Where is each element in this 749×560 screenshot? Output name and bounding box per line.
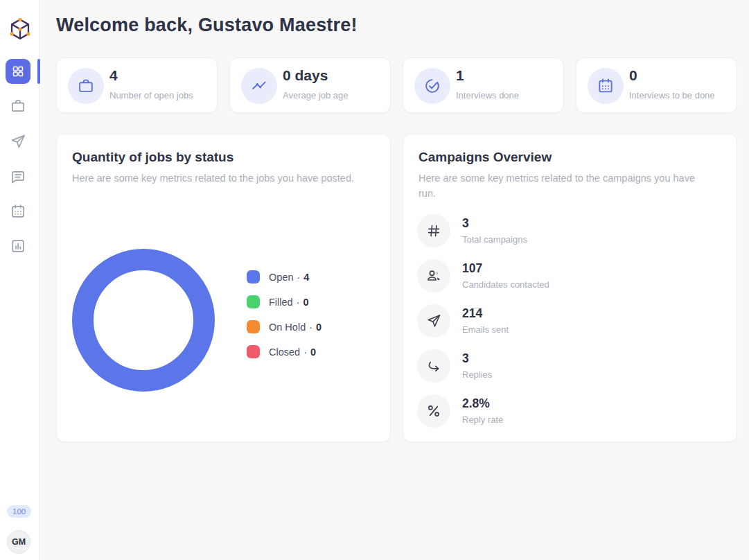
sidebar-item-dashboard[interactable] xyxy=(6,59,30,84)
calendar-icon xyxy=(588,68,624,104)
user-avatar[interactable]: GM xyxy=(7,530,30,554)
dashboard-page: 100 GM Welcome back, Gustavo Maestre! 4 … xyxy=(0,0,749,560)
calendar-icon xyxy=(10,203,26,220)
briefcase-icon xyxy=(10,98,26,114)
credits-badge[interactable]: 100 xyxy=(7,505,31,518)
legend-item-open[interactable]: Open · 4 xyxy=(247,270,321,283)
briefcase-icon xyxy=(68,68,104,104)
legend-separator: · xyxy=(297,297,300,308)
metric-label: Replies xyxy=(462,369,492,380)
chat-icon xyxy=(10,168,26,185)
legend-label: On Hold xyxy=(269,322,306,333)
send-icon xyxy=(417,304,450,338)
metric-value: 3 xyxy=(462,216,469,231)
metric-label: Candidates contacted xyxy=(462,279,549,290)
bar-chart-icon xyxy=(10,238,26,254)
legend-value: 0 xyxy=(316,322,321,333)
metric-value: 3 xyxy=(462,351,469,366)
sidebar-item-campaigns[interactable] xyxy=(6,129,30,154)
metric-replies: 3 Replies xyxy=(417,349,708,383)
chart-legend: Open · 4 Filled · 0 On Hold · 0 Closed ·… xyxy=(247,270,321,370)
stat-label: Interviews to be done xyxy=(629,90,715,100)
reply-arrow-icon xyxy=(417,349,450,383)
legend-label: Filled xyxy=(269,297,293,308)
legend-item-closed[interactable]: Closed · 0 xyxy=(247,345,321,358)
panel-subtitle: Here are some key metrics related to the… xyxy=(72,170,367,186)
legend-separator: · xyxy=(297,272,300,283)
metric-value: 214 xyxy=(462,306,482,321)
stat-card-interviews-to-be-done: 0 Interviews to be done xyxy=(576,58,737,113)
panel-title: Campaigns Overview xyxy=(418,150,552,165)
hash-icon xyxy=(417,214,450,247)
legend-swatch xyxy=(247,320,260,333)
stat-value: 1 xyxy=(456,67,464,84)
panel-subtitle: Here are some key metrics related to the… xyxy=(418,170,713,201)
campaigns-overview-panel: Campaigns Overview Here are some key met… xyxy=(403,134,737,442)
app-logo[interactable] xyxy=(8,17,33,42)
send-icon xyxy=(10,133,26,150)
stat-label: Number of open jobs xyxy=(109,90,193,100)
check-circle-icon xyxy=(414,68,450,104)
sidebar-item-calendar[interactable] xyxy=(6,199,30,224)
stat-card-interviews-done: 1 Interviews done xyxy=(403,58,564,113)
stat-label: Average job age xyxy=(283,90,348,100)
people-icon xyxy=(417,259,450,292)
legend-separator: · xyxy=(303,347,307,358)
legend-swatch xyxy=(247,270,260,283)
sidebar: 100 GM xyxy=(0,0,39,560)
sidebar-item-reports[interactable] xyxy=(6,234,30,259)
metric-reply-rate: 2.8% Reply rate xyxy=(417,394,708,428)
sidebar-item-messages[interactable] xyxy=(6,164,30,189)
stat-value: 0 xyxy=(629,67,637,84)
percent-icon xyxy=(417,394,450,428)
stat-card-open-jobs: 4 Number of open jobs xyxy=(56,58,218,113)
legend-swatch xyxy=(247,295,260,308)
stat-value: 4 xyxy=(109,67,118,84)
sidebar-item-jobs[interactable] xyxy=(6,94,30,119)
legend-separator: · xyxy=(309,322,312,333)
active-nav-indicator xyxy=(37,59,40,84)
metric-label: Total campaigns xyxy=(462,234,527,245)
metric-label: Reply rate xyxy=(462,414,503,425)
donut-chart xyxy=(72,249,215,392)
trend-line-icon xyxy=(241,68,277,104)
metric-value: 107 xyxy=(462,261,482,276)
panel-title: Quantity of jobs by status xyxy=(72,150,233,165)
legend-value: 4 xyxy=(303,272,309,283)
legend-value: 0 xyxy=(303,297,309,308)
metric-candidates-contacted: 107 Candidates contacted xyxy=(417,259,708,292)
legend-label: Open xyxy=(269,272,293,283)
legend-item-filled[interactable]: Filled · 0 xyxy=(247,295,321,308)
legend-item-on-hold[interactable]: On Hold · 0 xyxy=(247,320,321,333)
legend-value: 0 xyxy=(310,347,316,358)
cube-logo-icon xyxy=(8,17,33,42)
dashboard-grid-icon xyxy=(11,64,25,78)
metric-total-campaigns: 3 Total campaigns xyxy=(417,214,708,247)
legend-label: Closed xyxy=(269,347,300,358)
stat-card-avg-job-age: 0 days Average job age xyxy=(229,58,391,113)
stat-label: Interviews done xyxy=(456,90,519,100)
stat-value: 0 days xyxy=(283,67,328,84)
page-title: Welcome back, Gustavo Maestre! xyxy=(56,15,358,36)
metric-value: 2.8% xyxy=(462,396,490,411)
jobs-by-status-panel: Quantity of jobs by status Here are some… xyxy=(56,134,391,442)
legend-swatch xyxy=(247,345,260,358)
metric-label: Emails sent xyxy=(462,324,509,335)
metric-emails-sent: 214 Emails sent xyxy=(417,304,708,338)
